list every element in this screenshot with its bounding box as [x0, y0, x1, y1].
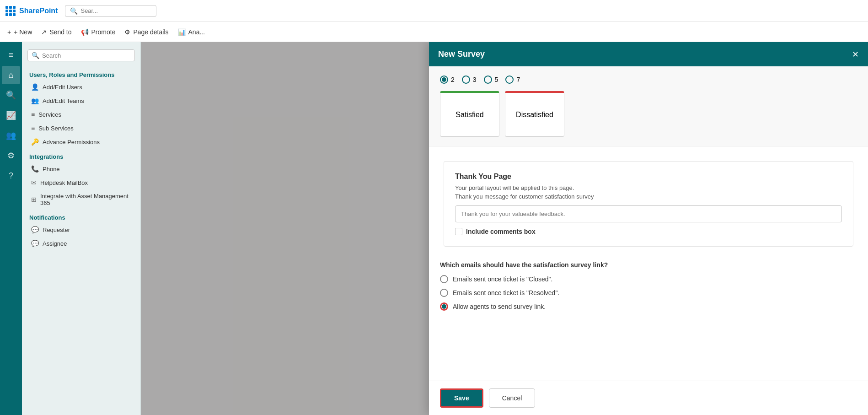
- rating-options: 2 3 5 7: [440, 75, 857, 84]
- radio-2[interactable]: [440, 75, 448, 84]
- modal-header: New Survey ✕: [429, 42, 868, 66]
- grid-icon: [5, 6, 16, 16]
- teams-icon: 👥: [31, 97, 39, 104]
- rating-option-5[interactable]: 5: [484, 75, 498, 84]
- search-icon: 🔍: [70, 7, 78, 15]
- modal-close-button[interactable]: ✕: [852, 50, 859, 59]
- nav-item-helpdesk-mailbox[interactable]: ✉ Helpdesk MailBox: [22, 176, 140, 189]
- sidebar-icons: ≡ ⌂ 🔍 📈 👥 ⚙ ?: [0, 42, 22, 415]
- rating-cards: Satisfied Dissatisfied: [440, 91, 857, 137]
- asset-icon: ⊞: [31, 196, 37, 203]
- email-option-agents[interactable]: Allow agents to send survey link.: [440, 302, 857, 311]
- thank-you-title: Thank You Page: [455, 172, 842, 181]
- rating-option-7[interactable]: 7: [505, 75, 520, 84]
- promote-button[interactable]: 📢 Promote: [81, 28, 116, 36]
- nav-item-label: Phone: [43, 166, 60, 172]
- nav-item-requester[interactable]: 💬 Requester: [22, 223, 140, 237]
- sidebar-icon-settings[interactable]: ⚙: [2, 146, 20, 165]
- rating-option-2[interactable]: 2: [440, 75, 455, 84]
- send-to-icon: ↗: [41, 28, 47, 36]
- nav-item-sub-services[interactable]: ≡ Sub Services: [22, 121, 140, 135]
- nav-item-label: Advance Permissions: [43, 139, 100, 146]
- nav-item-label: Add/Edit Users: [43, 84, 82, 91]
- top-search-box[interactable]: 🔍: [65, 5, 156, 17]
- nav-item-label: Sub Services: [38, 125, 74, 132]
- new-button[interactable]: + + New: [7, 28, 32, 36]
- save-button[interactable]: Save: [440, 388, 483, 408]
- satisfied-card: Satisfied: [440, 91, 499, 137]
- nav-search-icon: 🔍: [32, 52, 39, 59]
- users-icon: 👤: [31, 83, 39, 91]
- nav-item-services[interactable]: ≡ Services: [22, 108, 140, 121]
- email-option-resolved[interactable]: Emails sent once ticket is "Resolved".: [440, 289, 857, 297]
- sidebar-icon-analytics[interactable]: 📈: [2, 106, 20, 124]
- sidebar-icon-help[interactable]: ?: [2, 167, 20, 185]
- rating-2-label: 2: [451, 76, 455, 83]
- rating-option-3[interactable]: 3: [462, 75, 477, 84]
- left-nav: 🔍 Users, Roles and Permissions 👤 Add/Edi…: [22, 42, 141, 415]
- services-icon: ≡: [31, 111, 35, 118]
- app-name: SharePoint: [19, 7, 58, 15]
- section-title-notifications: Notifications: [22, 210, 140, 223]
- cancel-button[interactable]: Cancel: [489, 388, 536, 408]
- radio-5[interactable]: [484, 75, 492, 84]
- send-to-button[interactable]: ↗ Send to: [41, 28, 71, 36]
- permissions-icon: 🔑: [31, 138, 39, 146]
- top-bar: SharePoint 🔍: [0, 0, 868, 22]
- email-section: Which emails should have the satisfactio…: [429, 254, 868, 323]
- dissatisfied-label: Dissatisfied: [516, 111, 553, 119]
- dissatisfied-card: Dissatisfied: [505, 91, 564, 137]
- radio-3[interactable]: [462, 75, 470, 84]
- nav-item-add-edit-users[interactable]: 👤 Add/Edit Users: [22, 80, 140, 94]
- page-details-button[interactable]: ⚙ Page details: [124, 28, 168, 36]
- sidebar-icon-team[interactable]: 👥: [2, 126, 20, 145]
- sub-services-icon: ≡: [31, 124, 35, 132]
- nav-item-advance-permissions[interactable]: 🔑 Advance Permissions: [22, 135, 140, 149]
- section-title-users: Users, Roles and Permissions: [22, 67, 140, 80]
- modal-overlay: New Survey ✕ 2: [141, 42, 868, 415]
- analytics-button[interactable]: 📊 Ana...: [178, 28, 205, 36]
- section-title-integrations: Integrations: [22, 149, 140, 162]
- sidebar-icon-search[interactable]: 🔍: [2, 86, 20, 104]
- new-survey-modal: New Survey ✕ 2: [429, 42, 868, 415]
- nav-item-phone[interactable]: 📞 Phone: [22, 162, 140, 176]
- main-layout: ≡ ⌂ 🔍 📈 👥 ⚙ ? 🔍 Users, Roles and Permiss…: [0, 42, 868, 415]
- nav-item-asset-management[interactable]: ⊞ Integrate with Asset Management 365: [22, 189, 140, 210]
- thank-you-desc2: Thank you message for customer satisfact…: [455, 193, 842, 200]
- promote-icon: 📢: [81, 28, 89, 36]
- modal-body: 2 3 5 7: [429, 66, 868, 381]
- nav-search-input[interactable]: [42, 52, 131, 59]
- rating-7-label: 7: [516, 76, 520, 83]
- sidebar-icon-home[interactable]: ⌂: [2, 66, 20, 84]
- nav-item-label: Helpdesk MailBox: [40, 179, 88, 186]
- email-option-closed-label: Emails sent once ticket is "Closed".: [453, 275, 552, 283]
- top-search-input[interactable]: [80, 7, 151, 14]
- promote-label: Promote: [91, 28, 116, 36]
- nav-search-box[interactable]: 🔍: [27, 49, 135, 61]
- radio-closed[interactable]: [440, 275, 448, 283]
- include-comments-label: Include comments box: [466, 228, 536, 235]
- content-area: New Survey ✕ 2: [141, 42, 868, 415]
- sidebar-icon-hamburger[interactable]: ≡: [2, 46, 20, 64]
- new-label: + New: [14, 28, 32, 36]
- nav-search-area: 🔍: [22, 49, 140, 67]
- analytics-icon: 📊: [178, 28, 186, 36]
- modal-footer: Save Cancel: [429, 381, 868, 415]
- radio-resolved[interactable]: [440, 289, 448, 297]
- thank-you-section: Thank You Page Your portal layout will b…: [444, 161, 853, 247]
- rating-3-label: 3: [473, 76, 477, 83]
- thank-you-message-input[interactable]: [455, 205, 842, 222]
- phone-icon: 📞: [31, 165, 39, 172]
- nav-item-label: Services: [38, 111, 61, 118]
- email-option-closed[interactable]: Emails sent once ticket is "Closed".: [440, 275, 857, 283]
- include-comments-row: Include comments box: [455, 228, 842, 235]
- assignee-icon: 💬: [31, 240, 39, 247]
- nav-item-add-edit-teams[interactable]: 👥 Add/Edit Teams: [22, 94, 140, 108]
- email-question: Which emails should have the satisfactio…: [440, 261, 857, 269]
- include-comments-checkbox[interactable]: [455, 228, 462, 235]
- radio-agents[interactable]: [440, 302, 448, 311]
- nav-item-assignee[interactable]: 💬 Assignee: [22, 237, 140, 250]
- new-icon: +: [7, 28, 11, 36]
- rating-5-label: 5: [495, 76, 498, 83]
- radio-7[interactable]: [505, 75, 514, 84]
